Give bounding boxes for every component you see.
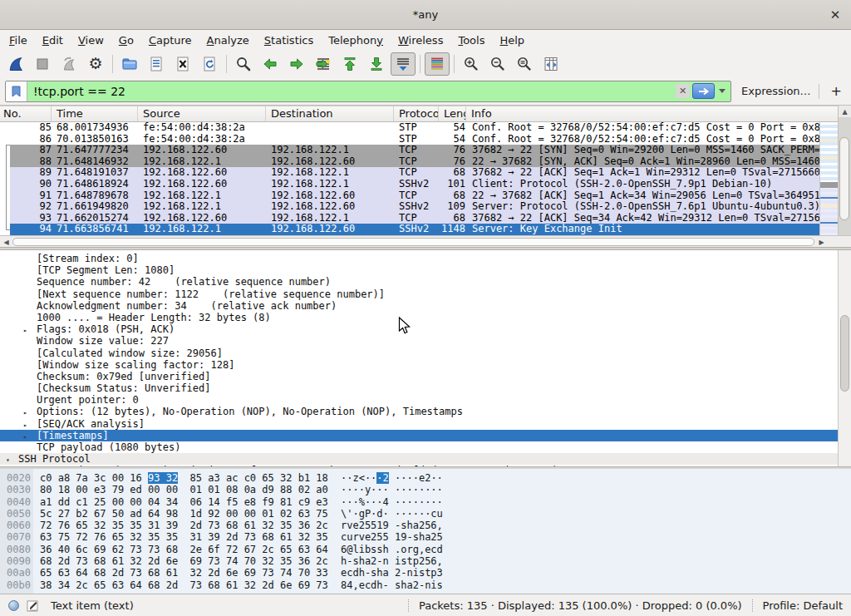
start-capture-icon[interactable] xyxy=(3,52,28,76)
expander-icon[interactable]: ▸ xyxy=(23,325,27,335)
go-to-packet-icon[interactable] xyxy=(311,52,336,76)
packet-list-hscrollbar[interactable]: ◀ ▶ xyxy=(0,235,828,247)
reload-file-icon[interactable] xyxy=(197,52,222,76)
column-header-destination[interactable]: Destination xyxy=(266,106,394,121)
vscroll-thumb[interactable] xyxy=(839,137,849,220)
restart-capture-icon[interactable] xyxy=(57,52,81,76)
details-vscrollbar[interactable] xyxy=(838,250,851,466)
packet-row[interactable]: 8971.648191037192.168.122.60192.168.122.… xyxy=(0,167,819,179)
packet-row[interactable]: 8871.648146932192.168.122.1192.168.122.6… xyxy=(0,156,819,168)
hex-row[interactable]: 00b038 34 2c 65 63 64 68 2d 73 68 61 32 … xyxy=(0,579,851,591)
expander-icon[interactable]: ▸ xyxy=(23,431,27,441)
zoom-in-icon[interactable] xyxy=(459,52,484,76)
colorize-packets-icon[interactable] xyxy=(425,52,450,76)
zoom-original-icon[interactable] xyxy=(512,52,537,76)
detail-line[interactable]: Window size value: 227 xyxy=(0,335,838,347)
menu-statistics[interactable]: Statistics xyxy=(257,32,321,49)
filter-bookmark-icon[interactable] xyxy=(6,81,27,101)
menu-edit[interactable]: Edit xyxy=(35,32,71,49)
go-last-icon[interactable] xyxy=(364,52,389,76)
status-profile[interactable]: Profile: Default xyxy=(763,599,843,612)
hex-row[interactable]: 003080 18 00 e3 79 ed 00 00 01 01 08 0a … xyxy=(0,484,851,495)
zoom-out-icon[interactable] xyxy=(485,52,510,76)
detail-line[interactable]: [Stream index: 0] xyxy=(0,253,838,264)
expander-icon[interactable]: ▾ xyxy=(6,455,10,465)
menu-file[interactable]: File xyxy=(2,32,35,49)
title-bar[interactable]: *any ✕ xyxy=(0,0,851,30)
detail-line[interactable]: [Window size scaling factor: 128] xyxy=(0,359,838,371)
menu-go[interactable]: Go xyxy=(111,32,141,49)
packet-row[interactable]: 8670.013850163fe:54:00:d4:38:2aSTP54Conf… xyxy=(0,134,819,145)
display-filter-field[interactable]: !tcp.port == 22 ✕ xyxy=(5,81,731,102)
column-header-length[interactable]: Length xyxy=(439,106,466,121)
packet-row[interactable]: 9071.648618924192.168.122.60192.168.122.… xyxy=(0,179,819,190)
capture-comment-icon[interactable] xyxy=(27,599,39,612)
menu-telephony[interactable]: Telephony xyxy=(321,32,391,49)
expert-info-icon[interactable] xyxy=(8,600,19,611)
detail-line[interactable]: [TCP Segment Len: 1080] xyxy=(0,264,838,276)
add-filter-button[interactable]: + xyxy=(827,83,846,99)
resize-columns-icon[interactable] xyxy=(539,52,563,76)
close-icon[interactable]: ✕ xyxy=(827,7,844,23)
column-header-time[interactable]: Time xyxy=(52,106,138,121)
column-header-source[interactable]: Source xyxy=(138,106,266,121)
hex-row[interactable]: 00a065 63 64 68 2d 73 68 61 32 2d 6e 69 … xyxy=(0,567,851,579)
filter-apply-icon[interactable] xyxy=(692,83,715,99)
go-forward-icon[interactable] xyxy=(284,52,309,76)
detail-line-flags[interactable]: ▸Flags: 0x018 (PSH, ACK) xyxy=(0,323,838,335)
intelligent-scrollbar-minimap[interactable] xyxy=(819,122,838,235)
scroll-left-icon[interactable]: ◀ xyxy=(1,237,12,247)
go-first-icon[interactable] xyxy=(337,52,362,76)
expression-button[interactable]: Expression… xyxy=(741,85,811,97)
detail-line[interactable]: Sequence number: 42 (relative sequence n… xyxy=(0,276,838,288)
detail-line-ssh-protocol[interactable]: ▾SSH Protocol xyxy=(0,453,838,465)
packet-list-vscrollbar[interactable]: ▲ ▼ xyxy=(838,106,851,247)
filter-clear-icon[interactable]: ✕ xyxy=(676,84,690,98)
detail-line[interactable]: 1000 .... = Header Length: 32 bytes (8) xyxy=(0,312,838,323)
detail-line[interactable]: Urgent pointer: 0 xyxy=(0,394,838,406)
filter-input[interactable]: !tcp.port == 22 xyxy=(27,85,676,98)
expander-icon[interactable]: ▸ xyxy=(23,420,27,430)
expander-icon[interactable]: ▸ xyxy=(23,407,27,417)
detail-line-timestamps-selected[interactable]: ▸[Timestamps] xyxy=(0,430,838,441)
menu-wireless[interactable]: Wireless xyxy=(391,32,450,49)
hex-row[interactable]: 0040a1 dd c1 25 00 00 04 34 06 14 f5 e8 … xyxy=(0,496,851,508)
detail-line[interactable]: Acknowledgment number: 34 (relative ack … xyxy=(0,300,838,312)
column-header-info[interactable]: Info xyxy=(466,106,838,121)
menu-view[interactable]: View xyxy=(71,32,111,49)
menu-tools[interactable]: Tools xyxy=(450,32,492,49)
details-scroll-thumb[interactable] xyxy=(840,315,849,392)
hex-row[interactable]: 007063 75 72 76 65 32 35 35 31 39 2d 73 … xyxy=(0,531,851,543)
hex-row[interactable]: 008036 40 6c 69 62 73 73 68 2e 6f 72 67 … xyxy=(0,544,851,555)
packet-row[interactable]: 8771.647777234192.168.122.60192.168.122.… xyxy=(0,145,819,156)
packet-row-selected[interactable]: 9471.663856741192.168.122.1192.168.122.6… xyxy=(0,224,819,235)
scroll-up-icon[interactable]: ▲ xyxy=(839,106,851,117)
hex-row[interactable]: 0020c0 a8 7a 3c 00 16 93 32 85 a3 ac c0 … xyxy=(0,472,851,484)
hex-row[interactable]: 00505c 27 b2 67 50 ad 64 98 1d 92 00 00 … xyxy=(0,508,851,520)
menu-capture[interactable]: Capture xyxy=(141,32,199,49)
open-file-icon[interactable] xyxy=(117,52,142,76)
packet-row[interactable]: 9271.661949820192.168.122.1192.168.122.6… xyxy=(0,201,819,213)
detail-line[interactable]: [Next sequence number: 1122 (relative se… xyxy=(0,288,838,300)
detail-line[interactable]: Checksum: 0x79ed [unverified] xyxy=(0,371,838,382)
hex-row[interactable]: 006072 76 65 32 35 35 31 39 2d 73 68 61 … xyxy=(0,520,851,531)
column-header-no[interactable]: No. xyxy=(0,106,52,121)
auto-scroll-icon[interactable] xyxy=(391,52,416,76)
filter-history-caret-icon[interactable] xyxy=(719,89,726,93)
capture-options-icon[interactable]: ⚙ xyxy=(83,52,108,76)
scroll-right-icon[interactable]: ▶ xyxy=(816,237,827,247)
stop-capture-icon[interactable] xyxy=(30,52,55,76)
menu-help[interactable]: Help xyxy=(492,32,532,49)
detail-line[interactable]: TCP payload (1080 bytes) xyxy=(0,441,838,453)
hex-row[interactable]: 009068 2d 73 68 61 32 2d 6e 69 73 74 70 … xyxy=(0,555,851,567)
menu-analyze[interactable]: Analyze xyxy=(199,32,257,49)
packet-row[interactable]: 9171.648789678192.168.122.1192.168.122.6… xyxy=(0,190,819,202)
detail-line[interactable]: [Calculated window size: 29056] xyxy=(0,347,838,359)
go-back-icon[interactable] xyxy=(258,52,283,76)
find-packet-icon[interactable] xyxy=(231,52,256,76)
detail-line[interactable]: [Checksum Status: Unverified] xyxy=(0,382,838,394)
detail-line-seq-ack[interactable]: ▸[SEQ/ACK analysis] xyxy=(0,418,838,430)
close-file-icon[interactable] xyxy=(170,52,195,76)
detail-line-options[interactable]: ▸Options: (12 bytes), No-Operation (NOP)… xyxy=(0,406,838,417)
packet-row[interactable]: 8568.001734936fe:54:00:d4:38:2aSTP54Conf… xyxy=(0,122,819,134)
